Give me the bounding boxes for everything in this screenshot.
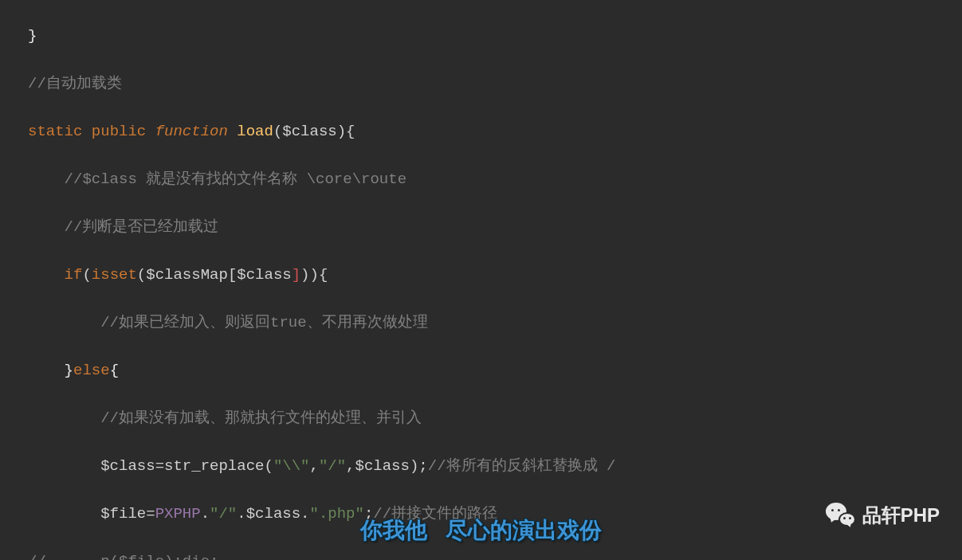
string: "\\": [273, 457, 310, 475]
comment: //将所有的反斜杠替换成 /: [428, 457, 616, 475]
paren-brace: ){: [337, 123, 355, 140]
comment: //如果已经加入、则返回true、不用再次做处理: [100, 314, 427, 331]
brace: {: [110, 362, 119, 379]
code-line[interactable]: //判断是否已经加载过: [28, 215, 962, 239]
code-editor[interactable]: } //自动加载类 static public function load($c…: [0, 0, 962, 560]
variable: $class: [246, 505, 300, 523]
brace: }: [65, 362, 73, 379]
operator: =: [155, 457, 164, 475]
code-line[interactable]: //自动加载类: [28, 72, 962, 96]
keyword-function: function: [155, 123, 228, 140]
code-line[interactable]: }else{: [28, 358, 962, 382]
variable: $class: [282, 123, 336, 140]
string: "/": [210, 505, 237, 523]
code-line[interactable]: //如果没有加载、那就执行文件的处理、并引入: [28, 406, 962, 430]
variable: $class: [100, 457, 155, 475]
variable: $class: [237, 266, 291, 284]
comment: //自动加载类: [28, 75, 122, 92]
video-subtitle: 你我他 尽心的演出戏份: [360, 519, 602, 542]
comment: //如果没有加载、那就执行文件的处理、并引入: [100, 409, 422, 427]
paren: (: [273, 123, 282, 140]
code-line[interactable]: }: [28, 24, 962, 48]
keyword-if: if: [65, 266, 83, 284]
string: "/": [319, 457, 346, 475]
paren: (: [137, 266, 146, 284]
paren-brace: )){: [300, 266, 328, 284]
operator: .: [300, 505, 309, 523]
bracket: [: [228, 266, 237, 284]
brace: }: [28, 27, 37, 45]
keyword-public: public: [92, 123, 146, 140]
string: ".php": [310, 505, 364, 523]
code-line[interactable]: if(isset($classMap[$class])){: [28, 263, 962, 287]
bracket: ]: [292, 266, 300, 284]
paren-semi: );: [410, 457, 428, 475]
variable: $classMap: [146, 266, 228, 284]
comment: p($file);die;: [100, 553, 218, 560]
watermark-text: 品轩PHP: [862, 503, 940, 527]
code-line[interactable]: static public function load($class){: [28, 119, 962, 143]
function-call: str_replace: [164, 457, 264, 475]
comment: //判断是否已经加载过: [65, 218, 219, 236]
paren: (: [82, 266, 91, 284]
keyword-else: else: [73, 362, 110, 379]
keyword-isset: isset: [92, 266, 137, 284]
comma: ,: [309, 457, 318, 475]
code-line[interactable]: //如果已经加入、则返回true、不用再次做处理: [28, 311, 962, 335]
code-line[interactable]: $class=str_replace("\\","/",$class);//将所…: [28, 454, 962, 478]
watermark: 品轩PHP: [826, 503, 940, 528]
comment: //$class 就是没有找的文件名称 \core\route: [65, 170, 406, 188]
keyword-static: static: [28, 123, 82, 140]
operator: =: [146, 505, 155, 523]
operator: .: [201, 505, 210, 523]
code-line[interactable]: // p($file);die;: [28, 550, 962, 560]
variable: $file: [100, 505, 146, 523]
wechat-icon: [826, 503, 856, 528]
variable: $class: [355, 457, 410, 475]
operator: .: [237, 505, 245, 523]
comma: ,: [346, 457, 355, 475]
function-name: load: [237, 123, 273, 140]
constant: PXPHP: [155, 505, 201, 523]
paren: (: [264, 457, 273, 475]
code-line[interactable]: //$class 就是没有找的文件名称 \core\route: [28, 167, 962, 191]
comment: //: [28, 553, 46, 560]
